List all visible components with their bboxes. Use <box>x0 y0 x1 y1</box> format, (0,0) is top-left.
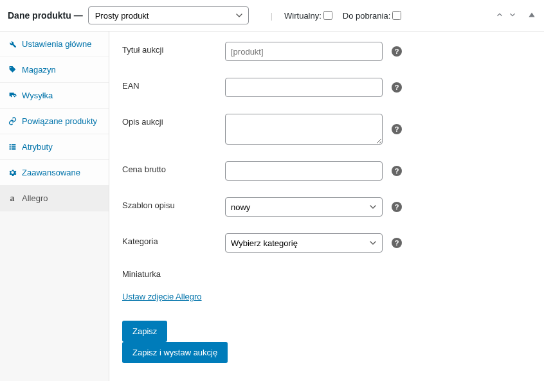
help-icon[interactable]: ? <box>392 82 402 93</box>
virtual-check-group: Wirtualny: <box>284 11 332 21</box>
sidebar-item-label: Wysyłka <box>22 91 53 100</box>
product-type-select[interactable]: Prosty produkt <box>88 6 249 24</box>
virtual-checkbox[interactable] <box>323 11 332 20</box>
sidebar-item-label: Zaawansowane <box>22 168 80 177</box>
gear-icon <box>8 168 17 177</box>
help-icon[interactable]: ? <box>392 46 402 57</box>
sidebar-item-label: Atrybuty <box>22 142 53 152</box>
sidebar-item-label: Magazyn <box>22 65 56 75</box>
svg-rect-3 <box>9 146 10 147</box>
sidebar-item-allegro[interactable]: a Allegro <box>0 186 109 211</box>
ean-input[interactable] <box>225 78 383 97</box>
ean-label: EAN <box>122 78 225 91</box>
help-icon[interactable]: ? <box>392 238 402 248</box>
save-button[interactable]: Zapisz <box>122 321 167 342</box>
title-label: Tytuł aukcji <box>122 42 225 55</box>
truck-icon <box>8 91 17 100</box>
svg-rect-6 <box>11 148 15 150</box>
sidebar-item-attributes[interactable]: Atrybuty <box>0 134 109 160</box>
sidebar-item-label: Allegro <box>22 193 48 203</box>
toggle-panel-icon[interactable] <box>527 10 536 21</box>
row-category: Kategoria Wybierz kategorię ? <box>122 233 531 253</box>
price-input[interactable] <box>225 161 383 181</box>
list-icon <box>8 143 17 152</box>
svg-rect-5 <box>9 148 10 150</box>
save-publish-button[interactable]: Zapisz i wystaw aukcję <box>122 342 228 363</box>
row-price: Cena brutto ? <box>122 161 531 181</box>
svg-rect-1 <box>9 144 10 145</box>
help-icon[interactable]: ? <box>392 124 402 134</box>
allegro-icon: a <box>8 194 17 203</box>
category-label: Kategoria <box>122 233 225 246</box>
help-icon[interactable]: ? <box>392 166 402 176</box>
sidebar-item-linked[interactable]: Powiązane produkty <box>0 109 109 134</box>
svg-rect-2 <box>11 144 15 145</box>
sidebar-item-label: Powiązane produkty <box>22 116 97 126</box>
sidebar-item-shipping[interactable]: Wysyłka <box>0 83 109 109</box>
move-up-icon[interactable] <box>495 10 504 21</box>
thumbnail-label: Miniaturka <box>122 269 531 279</box>
row-title: Tytuł aukcji ? <box>122 42 531 61</box>
downloadable-label: Do pobrania: <box>343 11 390 21</box>
move-down-icon[interactable] <box>508 10 517 21</box>
template-select[interactable]: nowy <box>225 197 383 217</box>
svg-rect-4 <box>11 146 15 147</box>
sidebar-item-general[interactable]: Ustawienia główne <box>0 31 109 57</box>
row-desc: Opis aukcji ? <box>122 114 531 145</box>
row-ean: EAN ? <box>122 78 531 97</box>
downloadable-check-group: Do pobrania: <box>343 11 401 21</box>
desc-textarea[interactable] <box>225 114 383 145</box>
desc-label: Opis aukcji <box>122 114 225 127</box>
downloadable-checkbox[interactable] <box>392 11 401 20</box>
panel-controls <box>495 10 536 21</box>
virtual-label: Wirtualny: <box>284 11 322 21</box>
panel-body: Ustawienia główne Magazyn Wysyłka Powiąz… <box>0 31 544 381</box>
template-label: Szablon opisu <box>122 197 225 210</box>
sidebar: Ustawienia główne Magazyn Wysyłka Powiąz… <box>0 31 109 381</box>
content: Tytuł aukcji ? EAN ? Opis aukcji ? Cena … <box>109 31 544 381</box>
separator: | <box>271 11 273 21</box>
link-icon <box>8 117 17 126</box>
panel-header: Dane produktu — Prosty produkt | Wirtual… <box>0 0 544 31</box>
category-select[interactable]: Wybierz kategorię <box>225 233 383 253</box>
tag-icon <box>8 66 17 75</box>
price-label: Cena brutto <box>122 161 225 174</box>
help-icon[interactable]: ? <box>392 202 402 212</box>
row-template: Szablon opisu nowy ? <box>122 197 531 217</box>
panel-title: Dane produktu — <box>8 10 83 21</box>
sidebar-item-inventory[interactable]: Magazyn <box>0 57 109 83</box>
header-checks: | Wirtualny: Do pobrania: <box>271 11 402 21</box>
svg-marker-0 <box>529 12 534 17</box>
sidebar-item-label: Ustawienia główne <box>22 39 91 49</box>
sidebar-item-advanced[interactable]: Zaawansowane <box>0 160 109 186</box>
set-image-link[interactable]: Ustaw zdjęcie Allegro <box>122 292 202 301</box>
title-input[interactable] <box>225 42 383 61</box>
wrench-icon <box>8 40 17 49</box>
